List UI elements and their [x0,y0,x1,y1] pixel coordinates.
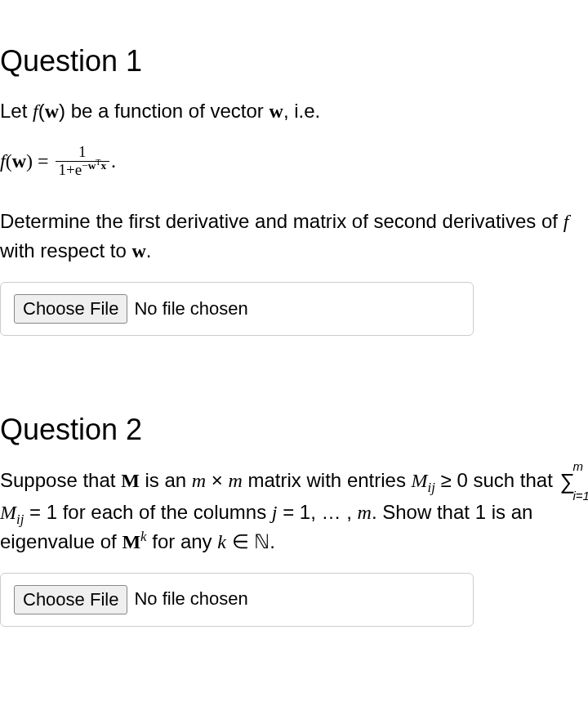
question-1-intro: Let f(w) be a function of vector w, i.e. [0,96,588,126]
denominator: 1+e−wTx [56,162,110,179]
math-M: M [412,470,428,491]
text: with respect to [0,239,131,261]
math-f: f [0,150,6,172]
question-2: Question 2 Suppose that M is an m × m ma… [0,409,588,627]
math-w: w [131,240,145,261]
text: ≥ 0 such that [435,469,559,491]
subscript-ij: ij [428,479,435,494]
subscript-ij: ij [16,512,24,527]
superscript-k: k [140,529,146,544]
text: = 1 for each of the columns [24,501,272,523]
file-upload-q1[interactable]: Choose File No file chosen [0,282,474,336]
math-w: w [45,101,59,122]
text: 1+e [59,161,82,178]
text: ( [6,150,12,172]
exponent: −wTx [82,159,106,172]
fraction: 11+e−wTx [56,144,110,179]
question-1-task: Determine the first derivative and matri… [0,207,588,266]
math-M: M [121,470,140,491]
math-m: m [358,502,372,523]
text: = [33,150,54,172]
math-m: m [229,470,243,491]
choose-file-button[interactable]: Choose File [14,585,127,614]
question-2-body: Suppose that M is an m × m matrix with e… [0,466,588,556]
math-M: M [0,502,16,523]
question-1: Question 1 Let f(w) be a function of vec… [0,0,588,627]
file-upload-q2[interactable]: Choose File No file chosen [0,573,474,627]
text: . [111,150,116,172]
summation: ∑mi=1 [560,466,576,498]
text: × [206,469,228,491]
math-w: w [270,101,283,122]
math-f: f [33,101,38,122]
text: = 1, … , [278,501,358,523]
math-x: x [100,159,106,172]
text: matrix with entries [243,469,412,491]
sum-lower: i=1 [573,487,589,506]
question-2-heading: Question 2 [0,409,588,450]
text: . [146,239,152,261]
math-k: k [217,531,226,552]
question-1-formula: f(w) = 11+e−wTx. [0,145,588,181]
text: ) [26,150,33,172]
text: , i.e. [283,100,320,122]
text: be a function of vector [65,100,269,122]
text: ) [59,100,65,122]
sum-upper: m [573,458,584,476]
math-M: M [122,531,140,552]
math-w: w [12,150,26,172]
text: ( [38,100,45,122]
text: − [82,159,88,172]
math-j: j [272,502,278,523]
text: Let [0,100,33,122]
choose-file-button[interactable]: Choose File [14,294,127,324]
text: for any [147,530,218,552]
file-status: No file chosen [134,587,247,612]
math-f: f [564,211,569,232]
text: Suppose that [0,469,121,491]
file-status: No file chosen [134,297,247,322]
math-w: w [88,159,96,172]
text: is an [140,469,192,491]
math-m: m [192,470,206,491]
text: Determine the first derivative and matri… [0,210,564,232]
question-1-heading: Question 1 [0,41,588,82]
text: ∈ ℕ. [226,530,275,552]
